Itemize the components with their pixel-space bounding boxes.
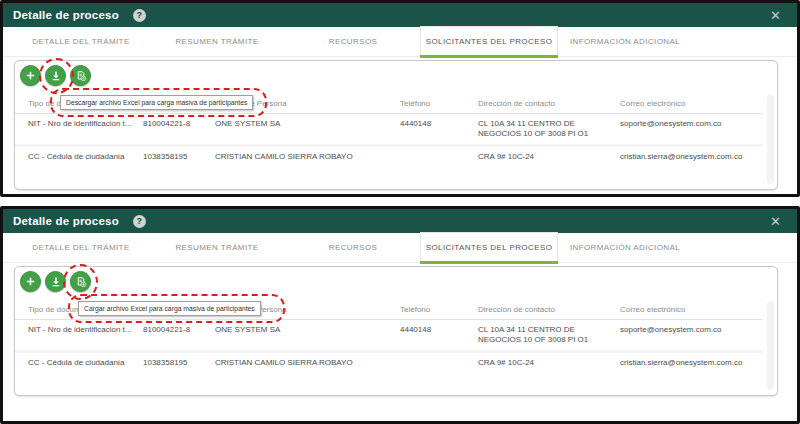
table-scrollbar[interactable] [767,301,774,390]
tab-bar: DETALLE DEL TRÁMITE RESUMEN TRÁMITE RECU… [3,233,797,263]
table-row[interactable]: CC - Cédula de ciudadanía 1038358195 CRI… [15,146,763,168]
cell-direccion: CRA 9# 10C-24 [478,146,620,168]
tab-informacion-adicional[interactable]: INFORMACIÓN ADICIONAL [557,27,693,56]
tab-label: RECURSOS [329,37,378,46]
help-icon[interactable]: ? [133,9,146,22]
download-excel-button[interactable] [45,65,66,86]
close-icon[interactable]: ✕ [770,9,787,22]
tab-recursos[interactable]: RECURSOS [285,27,421,56]
tab-label: SOLICITANTES DEL PROCESO [426,243,553,252]
tab-resumen-tramite[interactable]: RESUMEN TRÁMITE [149,27,285,56]
tab-solicitantes-del-proceso[interactable]: SOLICITANTES DEL PROCESO [421,233,557,262]
cell-nombre: ONE SYSTEM SA [215,320,400,352]
solicitantes-card: Tipo de documento Número de documento No… [14,266,778,396]
cell-direccion: CL 10A 34 11 CENTRO DE NEGOCIOS 10 OF 30… [478,320,620,352]
tab-solicitantes-del-proceso[interactable]: SOLICITANTES DEL PROCESO [421,27,557,56]
toolbar [20,65,91,86]
cell-direccion: CL 10A 34 11 CENTRO DE NEGOCIOS 10 OF 30… [478,114,620,146]
tab-informacion-adicional[interactable]: INFORMACIÓN ADICIONAL [557,233,693,262]
modal-title: Detalle de proceso [13,9,119,21]
download-excel-button[interactable] [45,271,66,292]
table-row[interactable]: CC - Cédula de ciudadanía 1038358195 CRI… [15,352,763,374]
tooltip-descargar-excel: Descargar archivo Excel para carga masiv… [60,95,253,110]
cell-tipo: NIT - Nro de identificacion t... [15,114,143,146]
table-row[interactable]: NIT - Nro de identificacion t... 8100042… [15,114,763,146]
cell-telefono: 4440148 [400,320,478,352]
add-participant-button[interactable] [20,271,41,292]
tab-label: INFORMACIÓN ADICIONAL [570,243,680,252]
download-excel-icon [50,70,62,82]
tab-bar: DETALLE DEL TRÁMITE RESUMEN TRÁMITE RECU… [3,27,797,57]
cell-nombre: ONE SYSTEM SA [215,114,400,146]
col-direccion-contacto: Dirección de contacto [478,94,620,114]
download-excel-icon [50,276,62,288]
upload-excel-button[interactable] [70,65,91,86]
cell-numero: 1038358195 [143,352,215,374]
cell-direccion: CRA 9# 10C-24 [478,352,620,374]
cell-tipo: CC - Cédula de ciudadanía [15,352,143,374]
table-scrollbar[interactable] [767,95,774,184]
tab-resumen-tramite[interactable]: RESUMEN TRÁMITE [149,233,285,262]
cell-correo: soporte@onesystem.com.co [620,114,763,146]
add-participant-button[interactable] [20,65,41,86]
cell-numero: 1038358195 [143,146,215,168]
modal-detalle-proceso-upload: Detalle de proceso ? ✕ DETALLE DEL TRÁMI… [0,206,800,424]
cell-numero: 810004221-8 [143,114,215,146]
modal-title: Detalle de proceso [13,215,119,227]
modal-titlebar: Detalle de proceso ? ✕ [3,209,797,233]
cell-correo: soporte@onesystem.com.co [620,320,763,352]
tab-detalle-del-tramite[interactable]: DETALLE DEL TRÁMITE [13,233,149,262]
cell-tipo: CC - Cédula de ciudadanía [15,146,143,168]
cell-telefono [400,146,478,168]
tab-label: INFORMACIÓN ADICIONAL [570,37,680,46]
tab-recursos[interactable]: RECURSOS [285,233,421,262]
close-icon[interactable]: ✕ [770,215,787,228]
tooltip-cargar-excel: Cargar archivo Excel para carga masiva d… [78,301,261,316]
plus-icon [25,276,36,287]
solicitantes-card: Tipo de documento Número de documento No… [14,60,778,190]
tab-label: RECURSOS [329,243,378,252]
plus-icon [25,70,36,81]
col-correo-electronico: Correo electrónico [620,300,763,320]
help-icon[interactable]: ? [133,215,146,228]
tab-label: RESUMEN TRÁMITE [175,243,258,252]
upload-excel-file-icon [75,70,87,82]
tab-detalle-del-tramite[interactable]: DETALLE DEL TRÁMITE [13,27,149,56]
cell-nombre: CRISTIAN CAMILO SIERRA ROBAYO [215,146,400,168]
modal-titlebar: Detalle de proceso ? ✕ [3,3,797,27]
toolbar [20,271,91,292]
col-telefono: Teléfono [400,94,478,114]
tab-label: DETALLE DEL TRÁMITE [32,243,129,252]
cell-telefono [400,352,478,374]
table-row[interactable]: NIT - Nro de identificacion t... 8100042… [15,320,763,352]
cell-correo: cristian.sierra@onesystem.com.co [620,352,763,374]
upload-excel-file-icon [75,276,87,288]
cell-numero: 810004221-8 [143,320,215,352]
cell-telefono: 4440148 [400,114,478,146]
col-correo-electronico: Correo electrónico [620,94,763,114]
tab-label: SOLICITANTES DEL PROCESO [426,37,553,46]
cell-tipo: NIT - Nro de identificacion t... [15,320,143,352]
tab-label: RESUMEN TRÁMITE [175,37,258,46]
tab-label: DETALLE DEL TRÁMITE [32,37,129,46]
modal-detalle-proceso-download: Detalle de proceso ? ✕ DETALLE DEL TRÁMI… [0,0,800,197]
col-telefono: Teléfono [400,300,478,320]
upload-excel-button[interactable] [70,271,91,292]
col-direccion-contacto: Dirección de contacto [478,300,620,320]
cell-nombre: CRISTIAN CAMILO SIERRA ROBAYO [215,352,400,374]
cell-correo: cristian.sierra@onesystem.com.co [620,146,763,168]
